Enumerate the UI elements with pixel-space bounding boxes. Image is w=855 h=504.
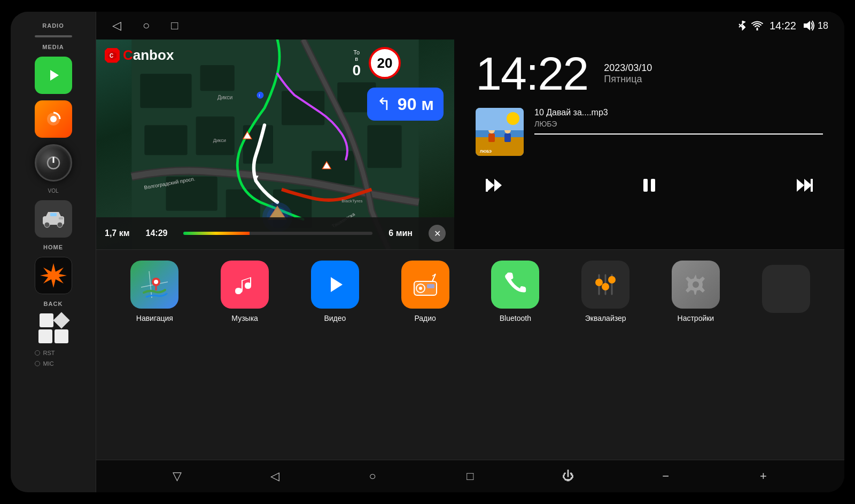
recent-nav-button[interactable]: □ [171,19,178,33]
svg-point-62 [154,280,158,284]
speed-to-unit: в [355,56,358,62]
pause-button[interactable] [636,172,663,199]
map-bottom-bar: 1,7 км 14:29 6 мин ✕ [96,217,454,249]
app-radio[interactable]: Радио [383,261,468,322]
power-knob[interactable] [35,144,72,182]
svg-text:Дикси: Дикси [213,138,226,143]
map-close-button[interactable]: ✕ [429,225,446,242]
bottom-down-button[interactable]: ▽ [165,464,189,488]
map-progress-bar [183,232,372,235]
svg-rect-25 [226,190,260,219]
radio-label-app: Радио [414,314,436,322]
svg-rect-16 [200,65,235,91]
left-controls-panel: RADIO MEDIA VOL [11,12,96,492]
carplay-button[interactable] [35,57,72,94]
svg-text:Дикси: Дикси [217,94,233,100]
bluetooth-label: Bluetooth [500,314,531,322]
bottom-minus-button[interactable]: − [654,464,678,488]
app-bluetooth[interactable]: Bluetooth [473,261,558,322]
music-icon-svg [232,272,258,297]
bottom-power-button[interactable]: ⏻ [556,464,580,488]
map-section[interactable]: Дикси Дикси Волгоградский просп. Ташкент… [96,40,454,249]
svg-rect-20 [282,91,324,125]
svg-rect-44 [476,129,524,137]
map-progress-fill [183,232,250,235]
mic-dot [35,361,40,366]
svg-text:C: C [110,53,113,59]
svg-marker-58 [804,179,812,192]
svg-rect-68 [427,284,434,288]
bottom-plus-button[interactable]: + [751,464,775,488]
volume-indicator: 18 [803,20,828,32]
bottom-back-button[interactable]: ◁ [263,464,286,488]
settings-icon-svg [682,271,709,298]
svg-marker-57 [797,179,804,192]
home-nav-button[interactable]: ○ [143,19,150,33]
svg-text:ЛЮБЭ: ЛЮБЭ [480,149,492,153]
next-track-button[interactable] [791,172,818,199]
back-nav-button[interactable]: ◁ [112,19,121,33]
starburst-icon [40,262,67,289]
day-text: Пятница [604,74,652,85]
video-icon-svg [322,272,348,297]
navigation-label: Навигация [136,314,173,322]
maps-icon-svg [141,271,168,298]
svg-point-38 [257,92,264,99]
settings-label: Настройки [678,314,714,322]
app-grid-section: Навигация Музыка [96,250,844,460]
svg-rect-22 [367,125,401,168]
map-time-left: 6 мин [388,229,413,238]
speed-limit-badge: 20 [369,47,401,79]
navigation-icon [130,261,178,309]
album-art: ЛЮБЭ [476,108,524,156]
svg-text:BlackTyres: BlackTyres [341,199,362,203]
svg-marker-52 [487,179,494,192]
status-bar: 14:22 18 [737,20,828,32]
map-distance: 1,7 км [105,229,130,238]
svg-point-73 [602,283,609,290]
svg-rect-18 [196,116,235,155]
status-icons [737,20,763,32]
bottom-bar: ▽ ◁ ○ □ ⏻ − + [96,460,844,492]
volume-value: 18 [818,20,828,32]
media-info: 10 Давай за....mp3 ЛЮБЭ [534,108,823,135]
vol-label: VOL [48,188,58,194]
big-clock: 14:22 [476,50,588,97]
app-video[interactable]: Видео [293,261,378,322]
top-bar: ◁ ○ □ [96,12,844,40]
date-info: 2023/03/10 Пятница [604,62,652,85]
main-screen: ◁ ○ □ [96,12,844,492]
app-blank[interactable] [743,265,828,318]
car-info-button[interactable] [35,200,72,238]
starburst-button[interactable] [35,257,72,294]
equalizer-icon [581,261,629,309]
app-music[interactable]: Музыка [203,261,287,322]
radio-slider[interactable] [35,35,72,37]
svg-marker-63 [331,277,343,292]
mic-item[interactable]: MIC [35,360,54,367]
app-switcher-button[interactable] [36,313,71,343]
rst-item[interactable]: RST [35,350,55,356]
app-equalizer[interactable]: Эквалайзер [563,261,648,322]
svg-rect-55 [643,179,648,192]
app-grid: Навигация Музыка [96,250,844,333]
speed-limit-value: 20 [377,55,393,72]
bottom-recent-button[interactable]: □ [458,464,482,488]
pause-icon [641,177,658,194]
video-icon [311,261,359,309]
radio-icon [401,261,449,309]
radio-label: RADIO [42,22,64,29]
music-app-button[interactable] [35,100,72,138]
play-icon [44,66,63,85]
canbox-logo: C Canbox [105,47,174,64]
app-navigation[interactable]: Навигация [112,261,197,322]
equalizer-label: Эквалайзер [585,314,626,322]
prev-track-button[interactable] [481,172,508,199]
device-frame: RADIO MEDIA VOL [11,12,844,492]
status-time: 14:22 [770,20,796,32]
track-name: 10 Давай за....mp3 [534,108,823,117]
bottom-home-button[interactable]: ○ [361,464,384,488]
content-area: Дикси Дикси Волгоградский просп. Ташкент… [96,40,844,249]
canbox-icon: C [105,48,120,63]
app-settings[interactable]: Настройки [654,261,739,322]
